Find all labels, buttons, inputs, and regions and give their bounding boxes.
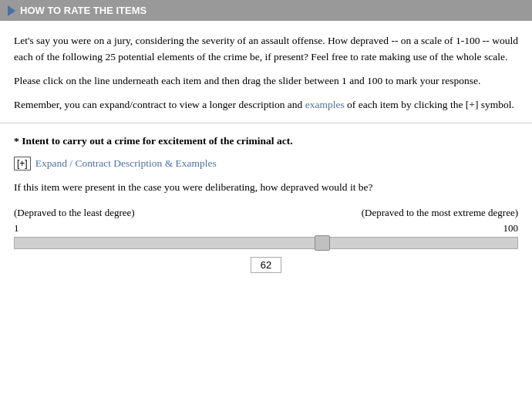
intro-p3-prefix: Remember, you can expand/contract to vie… [14,99,305,110]
item-section: * Intent to carry out a crime for excite… [0,123,532,281]
slider-value-display: 62 [251,257,281,273]
item-title-text: Intent to carry out a crime for exciteme… [22,135,292,147]
depraved-question: If this item were present in the case yo… [14,180,518,195]
item-title: * Intent to carry out a crime for excite… [14,134,518,149]
slider-value-box: 62 [14,257,518,273]
slider-container [14,237,518,252]
examples-link[interactable]: examples [305,99,345,110]
expand-button[interactable]: [+] [14,157,31,171]
scale-max-number: 100 [503,222,519,235]
intro-paragraph-2: Please click on the line underneath each… [14,73,518,89]
intro-section: Let's say you were on a jury, considerin… [0,21,532,123]
intro-paragraph-3: Remember, you can expand/contract to vie… [14,97,518,113]
item-asterisk: * [14,135,19,147]
scale-labels: (Depraved to the least degree) (Depraved… [14,207,518,219]
scale-right-label: (Depraved to the most extreme degree) [362,207,518,219]
expand-row: [+] Expand / Contract Description & Exam… [14,157,518,171]
scale-min-number: 1 [14,222,19,235]
intro-paragraph-1: Let's say you were on a jury, considerin… [14,33,518,66]
section-header: HOW TO RATE THE ITEMS [0,0,532,21]
scale-numbers: 1 100 [14,222,518,235]
expand-label[interactable]: Expand / Contract Description & Examples [35,157,217,170]
scale-left-label: (Depraved to the least degree) [14,207,135,219]
depravity-slider[interactable] [14,237,518,249]
intro-p3-suffix: of each item by clicking the [+] symbol. [345,99,514,110]
header-arrow-icon [8,5,15,16]
header-title: HOW TO RATE THE ITEMS [20,5,146,16]
